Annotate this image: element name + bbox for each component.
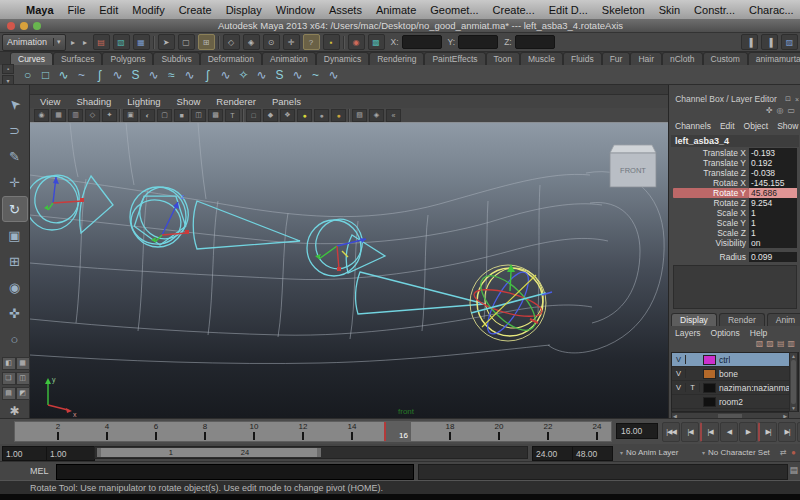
- channels-menu[interactable]: Channels: [675, 121, 711, 131]
- open-close-curve-icon[interactable]: ʃ: [199, 66, 216, 83]
- snap-grid-icon[interactable]: ◇: [223, 34, 240, 50]
- menu-create[interactable]: Create: [179, 4, 212, 16]
- nurbs-square-icon[interactable]: □: [37, 66, 54, 83]
- layer-visibility-toggle[interactable]: V: [672, 383, 686, 392]
- menu-geometry[interactable]: Geomet...: [430, 4, 478, 16]
- rotate-tool-button[interactable]: ↻: [2, 196, 28, 222]
- plugin-shapes-icon[interactable]: «: [386, 109, 401, 122]
- shelf-tab-deformation[interactable]: Deformation: [200, 52, 262, 65]
- menu-edit-deformers[interactable]: Edit D...: [549, 4, 588, 16]
- select-tool-button[interactable]: ➤: [3, 93, 27, 117]
- save-scene-icon[interactable]: ▦: [133, 34, 150, 50]
- soft-modification-button[interactable]: ◉: [3, 276, 27, 300]
- layer-name[interactable]: ctrl: [719, 355, 730, 365]
- menu-modify[interactable]: Modify: [132, 4, 164, 16]
- anim-layer-selector[interactable]: ▾ No Anim Layer: [620, 446, 678, 459]
- range-start-handle[interactable]: [97, 448, 101, 457]
- create-empty-layer-icon[interactable]: ▤: [777, 339, 785, 351]
- step-back-frame-button[interactable]: |◀: [681, 422, 699, 442]
- bookmarks-icon[interactable]: ◇: [85, 109, 100, 122]
- pane-divider[interactable]: [30, 85, 668, 95]
- playback-start-field[interactable]: 1.00: [46, 446, 95, 461]
- object-menu[interactable]: Object: [744, 121, 769, 131]
- lock-camera-icon[interactable]: ▦: [51, 109, 66, 122]
- shelf-tab-rendering[interactable]: Rendering: [369, 52, 424, 65]
- shelf-tab-fur[interactable]: Fur: [602, 52, 631, 65]
- new-scene-icon[interactable]: ▤: [93, 34, 110, 50]
- shelf-tab-fluids[interactable]: Fluids: [563, 52, 602, 65]
- shelf-tab-dynamics[interactable]: Dynamics: [316, 52, 369, 65]
- help-menu[interactable]: Help: [750, 328, 767, 338]
- view-grid-icon[interactable]: ▣: [123, 109, 138, 122]
- layer-color-swatch[interactable]: [703, 383, 716, 393]
- create-layer-from-selected-icon[interactable]: ▥: [787, 339, 795, 351]
- show-tool-settings-icon[interactable]: ▐: [761, 34, 778, 50]
- mel-command-input[interactable]: [56, 464, 414, 480]
- textured-mode-icon[interactable]: ❖: [280, 109, 295, 122]
- scrollbar-thumb[interactable]: [791, 360, 796, 404]
- collapse-arrow-icon[interactable]: ▸: [69, 35, 78, 49]
- move-layer-down-icon[interactable]: ▨: [766, 339, 774, 351]
- character-set-selector[interactable]: ▾ No Character Set: [702, 446, 770, 459]
- select-object-icon[interactable]: ▢: [178, 34, 195, 50]
- ipr-render-icon[interactable]: ▩: [368, 34, 385, 50]
- attr-value-field[interactable]: 0.192: [749, 158, 797, 168]
- persp-outliner-layout-button[interactable]: ◫: [16, 372, 30, 385]
- show-manipulator-button[interactable]: ✜: [3, 301, 27, 325]
- menu-create-deformers[interactable]: Create...: [493, 4, 535, 16]
- tear-off-panel-icon[interactable]: ⊡: [783, 95, 793, 103]
- attr-value-field[interactable]: -0.193: [749, 148, 797, 158]
- outliner-layout-button[interactable]: ▤: [2, 387, 16, 400]
- menu-file[interactable]: File: [68, 4, 86, 16]
- use-all-lights-icon[interactable]: ●: [314, 109, 329, 122]
- show-channel-box-icon[interactable]: ▨: [781, 34, 798, 50]
- sync-playback-icon[interactable]: ⇄: [780, 446, 787, 459]
- snap-point-icon[interactable]: ⊙: [263, 34, 280, 50]
- lasso-tool-button[interactable]: ⊃: [3, 119, 27, 143]
- shelf-tab-custom[interactable]: Custom: [703, 52, 748, 65]
- field-chart-icon[interactable]: ◫: [191, 109, 206, 122]
- time-slider[interactable]: 2 4 6 8 10 12 14 16 18 20 22 24 16: [14, 421, 612, 442]
- range-end-handle[interactable]: [317, 448, 321, 457]
- animation-end-field[interactable]: 48.00: [572, 446, 613, 461]
- shelf-tab-subdivs[interactable]: Subdivs: [153, 52, 199, 65]
- viewport-canvas[interactable]: z: [30, 123, 668, 418]
- rebuild-curve-icon[interactable]: ∿: [325, 66, 342, 83]
- shaded-mode-icon[interactable]: ◆: [263, 109, 278, 122]
- layer-name[interactable]: bone: [719, 369, 738, 379]
- playback-end-field[interactable]: 24.00: [532, 446, 573, 461]
- offset-curve-icon[interactable]: ~: [307, 66, 324, 83]
- current-frame-marker[interactable]: 16: [384, 422, 411, 441]
- shelf-tab-animamurtadha[interactable]: animamurtadha: [748, 52, 800, 65]
- layers-menu[interactable]: Layers: [675, 328, 701, 338]
- insert-knot-icon[interactable]: ∿: [289, 66, 306, 83]
- two-pane-layout-button[interactable]: ❏: [2, 372, 16, 385]
- wireframe-mode-icon[interactable]: □: [246, 109, 261, 122]
- attr-value-field[interactable]: 1: [749, 208, 797, 218]
- play-forwards-button[interactable]: ▶: [739, 422, 757, 442]
- z-coordinate-input[interactable]: [515, 35, 555, 49]
- shelf-tab-surfaces[interactable]: Surfaces: [53, 52, 103, 65]
- move-layer-up-icon[interactable]: ▧: [756, 339, 764, 351]
- edit-menu[interactable]: Edit: [720, 121, 735, 131]
- layer-color-swatch[interactable]: [703, 369, 716, 379]
- select-component-icon[interactable]: ⊞: [198, 34, 215, 50]
- menu-set-selector[interactable]: Animation ▾: [2, 34, 66, 51]
- layer-type-toggle[interactable]: T: [686, 383, 700, 392]
- selected-object-name[interactable]: left_asba3_4: [671, 135, 799, 147]
- close-panel-icon[interactable]: ×: [793, 96, 800, 103]
- menu-animate[interactable]: Animate: [376, 4, 416, 16]
- xray-mode-icon[interactable]: ◈: [369, 109, 384, 122]
- attr-value-field[interactable]: -145.155: [749, 178, 797, 188]
- open-scene-icon[interactable]: ▧: [113, 34, 130, 50]
- viewport-menu-renderer[interactable]: Renderer: [216, 96, 256, 107]
- zoom-window-button[interactable]: [33, 22, 41, 30]
- layer-visibility-toggle[interactable]: V: [672, 355, 686, 364]
- shelf-tab-muscle[interactable]: Muscle: [520, 52, 563, 65]
- attr-value-field[interactable]: 9.254: [749, 198, 797, 208]
- shelf-tab-curves[interactable]: Curves: [10, 52, 53, 65]
- layer-row-naziman[interactable]: V T naziman:nazianman: [672, 381, 798, 395]
- snap-plane-icon[interactable]: ✛: [283, 34, 300, 50]
- auto-keyframe-icon[interactable]: ●: [791, 446, 796, 459]
- cut-curve-icon[interactable]: ✧: [235, 66, 252, 83]
